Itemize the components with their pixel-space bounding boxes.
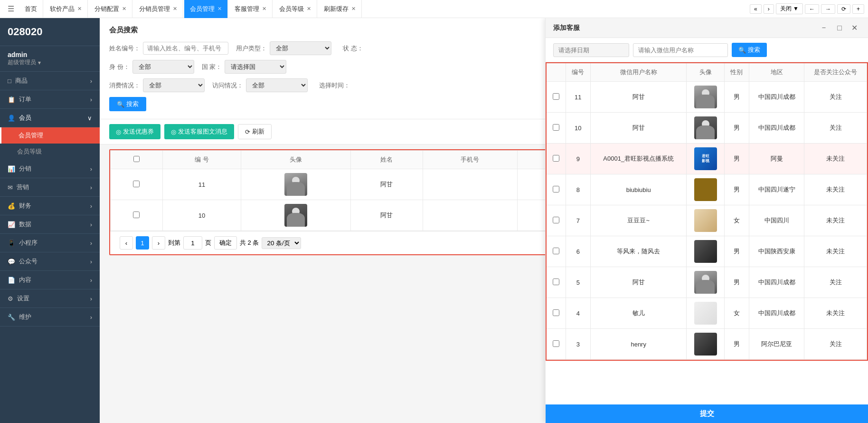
avatar xyxy=(694,240,717,263)
settings-icon: ⚙ xyxy=(8,295,13,302)
sidebar-item-goods[interactable]: □ 商品 › xyxy=(0,72,100,90)
user-type-select[interactable]: 全部 xyxy=(270,41,331,55)
nav-more-btn[interactable]: + xyxy=(852,4,864,14)
panel-title: 添加客服 xyxy=(553,24,580,32)
send-coupon-button[interactable]: ◎ 发送优惠券 xyxy=(109,124,160,139)
row-avatar-11 xyxy=(241,169,350,200)
avatar xyxy=(284,204,307,227)
identity-select[interactable]: 全部 xyxy=(132,60,194,74)
row-check-10[interactable] xyxy=(111,200,163,231)
close-icon[interactable]: ✕ xyxy=(351,6,356,12)
sidebar-item-publicaccount[interactable]: 💬 公众号 › xyxy=(0,252,100,271)
close-icon[interactable]: ✕ xyxy=(262,6,266,12)
row-check-11[interactable] xyxy=(111,169,163,200)
prev-page-btn[interactable]: ‹ xyxy=(120,236,133,250)
sidebar-item-order[interactable]: 📋 订单 › xyxy=(0,90,100,109)
tab-home[interactable]: 首页 xyxy=(19,0,43,18)
sidebar-item-content[interactable]: 📄 内容 › xyxy=(0,271,100,289)
sidebar-item-miniprogram[interactable]: 📱 小程序 › xyxy=(0,234,100,252)
chevron-right-icon: › xyxy=(90,295,92,302)
tab-discount[interactable]: 软价产品 ✕ xyxy=(44,0,88,18)
country-select[interactable]: 请选择国 xyxy=(225,60,286,74)
avatar xyxy=(694,271,717,294)
sidebar-item-finance[interactable]: 💰 财务 › xyxy=(0,197,100,215)
panel-search-button[interactable]: 🔍 搜索 xyxy=(732,43,767,57)
panel-table-row: 3 henry 男 阿尔巴尼亚 关注 xyxy=(547,329,867,360)
row-phone-10 xyxy=(423,200,518,231)
publicaccount-icon: 💬 xyxy=(8,258,15,265)
search-button[interactable]: 🔍 搜索 xyxy=(109,97,146,111)
close-icon[interactable]: ✕ xyxy=(307,6,311,12)
panel-close-btn[interactable]: ✕ xyxy=(849,22,860,34)
tab-refresh-store[interactable]: 刷新缓存 ✕ xyxy=(318,0,362,18)
avatar xyxy=(694,333,717,356)
nav-first-btn[interactable]: « xyxy=(750,4,762,14)
sidebar-item-maintenance[interactable]: 🔧 维护 › xyxy=(0,308,100,327)
sidebar: 028020 admin 超级管理员 ▾ □ 商品 › 📋 订单 › 👤 xyxy=(0,18,100,423)
nav-prev-btn[interactable]: › xyxy=(764,4,774,14)
goto-input[interactable] xyxy=(183,236,202,250)
row-avatar-10 xyxy=(241,200,350,231)
panel-minimize-btn[interactable]: － xyxy=(817,22,830,34)
user-role[interactable]: 超级管理员 ▾ xyxy=(8,58,92,67)
image-icon: ◎ xyxy=(171,128,176,135)
sidebar-item-label: 订单 xyxy=(19,95,31,104)
sidebar-item-distribution[interactable]: 📊 分销 › xyxy=(0,160,100,178)
name-input[interactable] xyxy=(143,42,228,55)
nav-back-btn[interactable]: ← xyxy=(805,4,819,14)
add-customer-panel: 添加客服 － □ ✕ 🔍 搜索 xyxy=(545,18,868,423)
date-input[interactable] xyxy=(553,43,629,57)
content-area: 会员搜索 姓名编号： 用户类型： 全部 状 态： 身 份： xyxy=(100,18,868,423)
page-confirm-btn[interactable]: 确定 xyxy=(214,236,237,250)
nav-refresh-btn[interactable]: ⟳ xyxy=(837,4,850,14)
sidebar-item-label: 商品 xyxy=(15,77,28,85)
per-page-select[interactable]: 20 条/页 xyxy=(262,237,301,249)
consume-select[interactable]: 全部 xyxy=(143,78,205,92)
wechat-name-input[interactable] xyxy=(633,43,728,57)
goods-icon: □ xyxy=(8,77,11,85)
sidebar-item-label: 营销 xyxy=(17,183,29,192)
close-icon[interactable]: ✕ xyxy=(122,6,126,12)
avatar xyxy=(284,173,307,196)
chevron-right-icon: › xyxy=(90,277,92,284)
close-icon[interactable]: ✕ xyxy=(217,6,222,12)
nav-forward-btn[interactable]: → xyxy=(821,4,835,14)
tab-distributor-mgmt[interactable]: 分销员管理 ✕ xyxy=(133,0,183,18)
tab-distribution-config[interactable]: 分销配置 ✕ xyxy=(89,0,132,18)
sidebar-sub-member-manage[interactable]: 会员管理 xyxy=(0,127,100,144)
sidebar-item-data[interactable]: 📈 数据 › xyxy=(0,215,100,234)
sidebar-item-label: 数据 xyxy=(19,220,31,229)
sidebar-item-marketing[interactable]: ✉ 营销 › xyxy=(0,178,100,197)
menu-icon[interactable]: ☰ xyxy=(4,4,18,13)
next-page-btn[interactable]: › xyxy=(152,236,165,250)
send-image-button[interactable]: ◎ 发送客服图文消息 xyxy=(164,124,234,139)
visit-select[interactable]: 全部 xyxy=(246,78,308,92)
sidebar-sub-member-level[interactable]: 会员等级 xyxy=(0,144,100,160)
tab-member-mgmt[interactable]: 会员管理 ✕ xyxy=(184,0,228,18)
visit-label: 访问情况： xyxy=(212,81,243,90)
sidebar-item-label: 公众号 xyxy=(19,257,38,266)
row-name-10: 阿甘 xyxy=(350,200,423,231)
name-label: 姓名编号： xyxy=(109,44,140,53)
total-count: 共 2 条 xyxy=(240,239,259,247)
panel-table: 编号 微信用户名称 头像 性别 地区 是否关注公众号 xyxy=(547,63,867,360)
submit-button[interactable]: 提交 xyxy=(700,409,714,418)
tab-member-level[interactable]: 会员等级 ✕ xyxy=(274,0,317,18)
row-phone-11 xyxy=(423,169,518,200)
consume-field: 消费情况： 全部 xyxy=(109,78,205,92)
panel-maximize-btn[interactable]: □ xyxy=(834,22,845,34)
chevron-right-icon: › xyxy=(90,258,92,265)
refresh-button[interactable]: ⟳ 刷新 xyxy=(238,124,272,139)
user-type-label: 用户类型： xyxy=(236,44,267,53)
avatar xyxy=(694,209,717,232)
sidebar-item-label: 财务 xyxy=(19,202,31,210)
close-icon[interactable]: ✕ xyxy=(173,6,177,12)
nav-close-btn[interactable]: 关闭 ▼ xyxy=(776,3,803,14)
sidebar-item-member[interactable]: 👤 会员 ∨ xyxy=(0,109,100,127)
sidebar-item-settings[interactable]: ⚙ 设置 › xyxy=(0,289,100,308)
close-icon[interactable]: ✕ xyxy=(77,6,82,12)
row-id-10: 10 xyxy=(162,200,241,231)
page-1-btn[interactable]: 1 xyxy=(136,236,149,250)
select-all-checkbox[interactable] xyxy=(133,156,140,162)
tab-customer-mgmt[interactable]: 客服管理 ✕ xyxy=(229,0,273,18)
